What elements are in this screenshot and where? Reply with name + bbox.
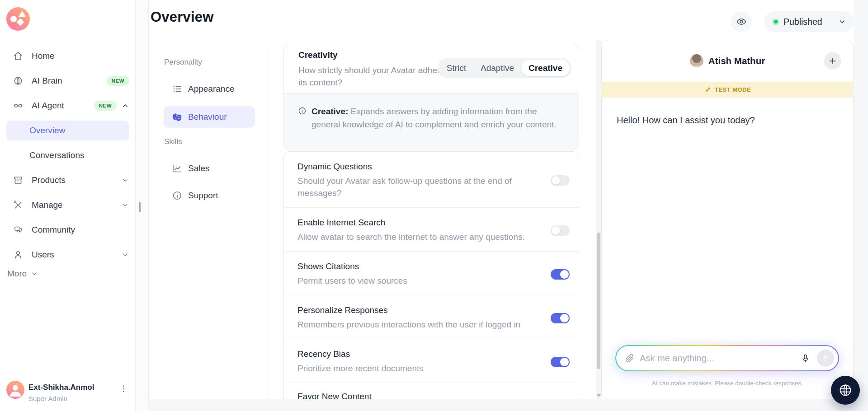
recency-bias-toggle[interactable] (551, 357, 570, 367)
personalize-responses-toggle[interactable] (551, 313, 570, 323)
agent-greeting-message: Hello! How can I assist you today? (617, 115, 755, 126)
sidebar-item-users[interactable]: Users (0, 245, 136, 265)
agent-avatar (690, 54, 703, 68)
sidebar-item-label: Community (32, 225, 75, 235)
creativity-info-box: Creative: Expands answers by adding info… (284, 93, 579, 150)
sidebar-resize-handle[interactable] (139, 202, 141, 212)
settings-divider (268, 43, 268, 399)
chevron-up-icon (121, 102, 129, 110)
setting-title: Favor New Content (297, 392, 551, 399)
creativity-option-strict[interactable]: Strict (439, 60, 473, 76)
sidebar-item-ai-agent[interactable]: AI Agent NEW (0, 96, 136, 116)
sidebar-more-button[interactable]: More (7, 269, 38, 279)
settings-nav-heading-personality: Personality (164, 58, 202, 67)
info-circle-icon (172, 190, 183, 201)
preview-button[interactable] (731, 11, 752, 32)
user-avatar (6, 381, 24, 399)
settings-nav-support[interactable]: Support (164, 185, 255, 206)
paperclip-icon[interactable] (625, 353, 635, 363)
creativity-option-adaptive[interactable]: Adaptive (473, 60, 521, 76)
new-badge: NEW (94, 101, 117, 111)
internet-search-toggle[interactable] (551, 225, 570, 236)
setting-title: Dynamic Questions (297, 162, 551, 172)
shows-citations-toggle[interactable] (551, 269, 570, 280)
chevron-down-icon (121, 176, 129, 184)
globe-icon (838, 383, 853, 397)
chevron-down-icon (30, 270, 38, 278)
test-mode-banner: TEST MODE (602, 82, 853, 98)
creativity-description: How strictly should your Avatar adhere t… (298, 64, 459, 89)
scrollbar-thumb[interactable] (597, 233, 600, 369)
sidebar-item-label: Home (32, 51, 55, 61)
test-tube-icon (704, 86, 711, 93)
sidebar-item-label: Conversations (29, 150, 84, 160)
microphone-icon[interactable] (798, 350, 812, 366)
sidebar-item-ai-brain[interactable]: AI Brain NEW (0, 71, 136, 91)
chevron-down-icon (838, 18, 846, 26)
test-mode-label: TEST MODE (715, 86, 751, 93)
kebab-menu-icon[interactable] (118, 384, 128, 394)
list-icon (172, 84, 183, 94)
new-chat-button[interactable] (824, 52, 841, 70)
sidebar-item-community[interactable]: Community (0, 220, 136, 240)
sidebar-item-home[interactable]: Home (0, 46, 136, 66)
ai-disclaimer: AI can make mistakes. Please double-chec… (602, 380, 853, 387)
app-logo[interactable] (6, 7, 30, 31)
logo-diamond-shape (17, 19, 24, 26)
settings-nav-appearance[interactable]: Appearance (164, 79, 255, 99)
plus-icon (828, 56, 837, 65)
agent-name: Atish Mathur (708, 56, 765, 66)
sidebar: Home AI Brain NEW AI Agent NEW Overview … (0, 0, 136, 411)
sidebar-item-label: Products (32, 175, 66, 185)
sidebar-item-label: Manage (32, 200, 63, 210)
eye-icon (736, 16, 747, 27)
settings-nav-sales[interactable]: Sales (164, 158, 255, 179)
sidebar-item-label: Users (32, 250, 54, 260)
setting-title: Shows Citations (297, 262, 551, 271)
chat-bubbles-icon (13, 224, 24, 235)
user-icon (13, 249, 24, 260)
sidebar-item-label: Overview (29, 126, 65, 135)
creativity-title: Creativity (298, 50, 338, 60)
chevron-down-icon (121, 251, 129, 259)
settings-nav-label: Sales (188, 163, 210, 173)
settings-nav-heading-skills: Skills (164, 137, 182, 146)
dynamic-questions-toggle[interactable] (551, 175, 570, 186)
sidebar-item-conversations[interactable]: Conversations (0, 145, 136, 165)
scrollbar-down-arrow[interactable] (597, 394, 601, 397)
setting-description: Permit users to view sources (297, 275, 551, 287)
settings-nav-label: Behaviour (188, 112, 227, 122)
setting-row: Recency Bias Prioritize more recent docu… (284, 339, 579, 383)
archive-box-icon (13, 175, 24, 186)
creativity-option-creative[interactable]: Creative (521, 60, 570, 76)
settings-nav-label: Appearance (188, 84, 234, 94)
settings-nav-behaviour[interactable]: Behaviour (164, 106, 255, 128)
status-dot (772, 19, 779, 25)
sidebar-item-label: AI Agent (32, 101, 64, 111)
current-user-block[interactable]: Ext-Shikha.Anmol Super Admin (0, 378, 136, 406)
creativity-info-term: Creative: (311, 107, 348, 116)
settings-scrollbar[interactable] (596, 40, 601, 399)
widget-launcher-button[interactable] (831, 376, 860, 405)
chat-message-input[interactable] (640, 353, 793, 364)
home-icon (13, 51, 24, 61)
settings-nav-label: Support (188, 191, 218, 201)
page-title: Overview (151, 9, 213, 25)
send-button[interactable] (817, 350, 834, 367)
setting-row: Enable Internet Search Allow avatar to s… (284, 207, 579, 251)
logo-triangle-shape (19, 11, 26, 17)
setting-description: Remembers previous interactions with the… (297, 318, 551, 331)
chat-test-panel: Atish Mathur TEST MODE Hello! How can I … (601, 40, 854, 399)
infinity-icon (13, 100, 24, 111)
sidebar-item-overview[interactable]: Overview (6, 121, 129, 140)
info-circle-icon (298, 107, 307, 150)
sidebar-item-manage[interactable]: Manage (0, 195, 136, 215)
more-label: More (7, 269, 27, 279)
logo-circle-shape (10, 16, 17, 22)
publish-status-dropdown[interactable]: Published (764, 11, 854, 32)
line-chart-icon (172, 163, 183, 174)
setting-description: Prioritize more recent documents (297, 362, 551, 374)
setting-title: Recency Bias (297, 349, 551, 359)
sidebar-item-products[interactable]: Products (0, 170, 136, 190)
creativity-segmented-control: Strict Adaptive Creative (438, 58, 571, 78)
